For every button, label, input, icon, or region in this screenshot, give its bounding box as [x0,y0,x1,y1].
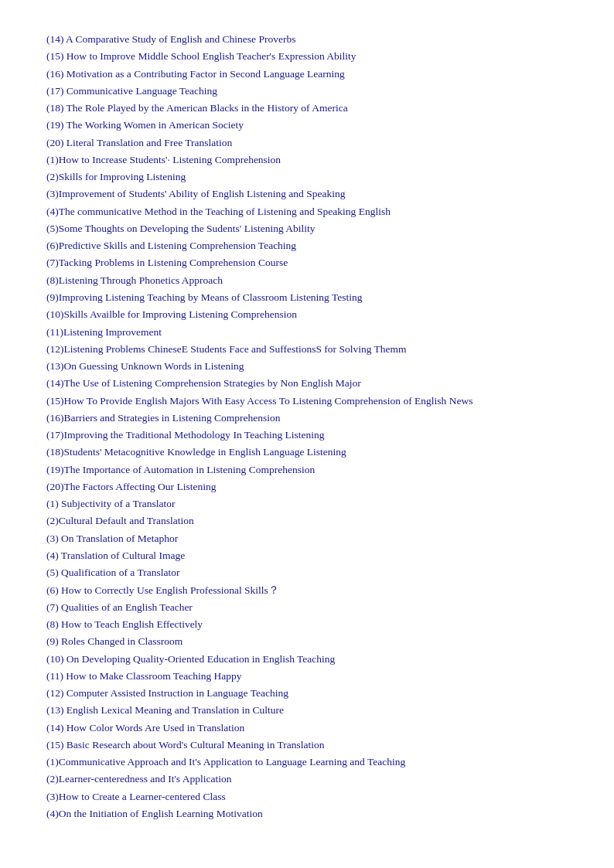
list-item: (19) The Working Women in American Socie… [46,117,568,134]
list-item: (4)On the Initiation of English Learning… [46,805,568,822]
list-item: (6) How to Correctly Use English Profess… [46,582,568,599]
list-item: (10)Skills Availble for Improving Listen… [46,306,568,323]
list-item: (16) Motivation as a Contributing Factor… [46,66,568,83]
list-item: (5)Some Thoughts on Developing the Suden… [46,220,568,237]
list-item: (20)The Factors Affecting Our Listening [46,478,568,495]
list-item: (15) How to Improve Middle School Englis… [46,48,568,65]
list-item: (14) How Color Words Are Used in Transla… [46,720,568,737]
list-item: (4) Translation of Cultural Image [46,547,568,564]
list-item: (3)How to Create a Learner-centered Clas… [46,788,568,805]
list-item: (15)How To Provide English Majors With E… [46,393,568,410]
list-item: (9)Improving Listening Teaching by Means… [46,289,568,306]
list-item: (20) Literal Translation and Free Transl… [46,134,568,151]
list-item: (2)Learner-centeredness and It's Applica… [46,771,568,788]
list-item: (6)Predictive Skills and Listening Compr… [46,237,568,254]
list-item: (8)Listening Through Phonetics Approach [46,272,568,289]
list-item: (16)Barriers and Strategies in Listening… [46,410,568,427]
list-item: (19)The Importance of Automation in List… [46,461,568,478]
list-item: (13)On Guessing Unknown Words in Listeni… [46,358,568,375]
content-list: (14) A Comparative Study of English and … [46,31,568,822]
list-item: (18)Students' Metacognitive Knowledge in… [46,444,568,461]
list-item: (14) A Comparative Study of English and … [46,31,568,48]
list-item: (14)The Use of Listening Comprehension S… [46,375,568,392]
list-item: (7)Tacking Problems in Listening Compreh… [46,254,568,271]
list-item: (7) Qualities of an English Teacher [46,599,568,616]
list-item: (3) On Translation of Metaphor [46,530,568,547]
list-item: (12) Computer Assisted Instruction in La… [46,685,568,702]
list-item: (9) Roles Changed in Classroom [46,633,568,650]
list-item: (18) The Role Played by the American Bla… [46,100,568,117]
list-item: (17) Communicative Language Teaching [46,83,568,100]
list-item: (13) English Lexical Meaning and Transla… [46,702,568,719]
list-item: (11)Listening Improvement [46,324,568,341]
list-item: (1)Communicative Approach and It's Appli… [46,754,568,771]
list-item: (1) Subjectivity of a Translator [46,495,568,512]
list-item: (2)Cultural Default and Translation [46,512,568,529]
list-item: (1)How to Increase Students'· Listening … [46,151,568,168]
list-item: (12)Listening Problems ChineseE Students… [46,341,568,358]
list-item: (11) How to Make Classroom Teaching Happ… [46,668,568,685]
list-item: (10) On Developing Quality-Oriented Educ… [46,651,568,668]
list-item: (8) How to Teach English Effectively [46,616,568,633]
list-item: (4)The communicative Method in the Teach… [46,203,568,220]
list-item: (3)Improvement of Students' Ability of E… [46,186,568,203]
list-item: (15) Basic Research about Word's Cultura… [46,737,568,754]
list-item: (17)Improving the Traditional Methodolog… [46,427,568,444]
list-item: (5) Qualification of a Translator [46,564,568,581]
list-item: (2)Skills for Improving Listening [46,168,568,186]
